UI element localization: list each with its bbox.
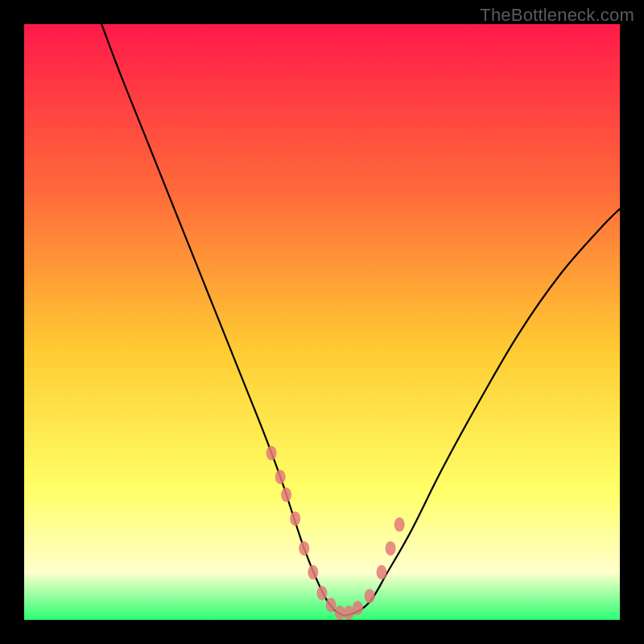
chart-svg [24,24,620,620]
marker-dot [344,605,354,620]
marker-dot [335,605,345,620]
marker-dot [377,565,387,580]
marker-dot [394,518,405,532]
gradient-background [24,24,620,620]
marker-dot [308,565,318,580]
watermark-text: TheBottleneck.com [480,5,634,26]
marker-dot [275,469,286,484]
marker-dot [299,541,309,555]
marker-dot [281,488,291,502]
marker-dot [266,446,277,460]
chart-frame [24,24,620,620]
marker-dot [290,511,300,526]
marker-dot [365,588,375,603]
marker-dot [353,601,363,615]
marker-dot [386,541,396,555]
marker-dot [326,598,336,613]
marker-dot [317,586,328,601]
